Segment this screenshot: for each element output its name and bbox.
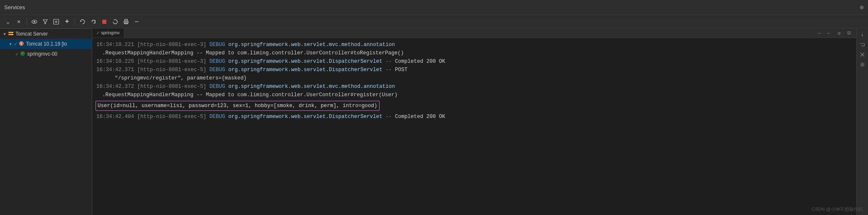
log-line-5: User(id=null, username=lisi, password=12… xyxy=(96,101,380,111)
settings-btn-right[interactable] xyxy=(858,60,867,69)
sep2: -- xyxy=(382,59,395,64)
log-line-3-cont: "/springmvc/register", parameters={maske… xyxy=(96,74,853,82)
svg-rect-9 xyxy=(102,20,106,24)
level2: DEBUG xyxy=(209,59,228,64)
tree-item-springmvc[interactable]: ✓ springmvc-00 xyxy=(0,49,92,59)
tab-springmv[interactable]: ✓ springmv xyxy=(92,28,124,38)
watermark: CSDN @小坤不想敲代码 xyxy=(812,206,863,212)
log-line-4-cont: .RequestMappingHandlerMapping -- Mapped … xyxy=(96,91,853,99)
close-btn[interactable]: ✕ xyxy=(14,17,23,26)
svg-marker-6 xyxy=(80,20,82,22)
log-content: 16:34:10.221 [http-nio-8081-exec-3] DEBU… xyxy=(92,40,856,213)
msg3: POST xyxy=(395,67,408,73)
header-actions: ⊕ xyxy=(860,3,864,12)
log-line-5-wrapper: User(id=null, username=lisi, password=12… xyxy=(96,99,853,113)
svg-point-24 xyxy=(862,64,863,65)
msg6: Completed 200 OK xyxy=(395,114,445,120)
thread2: [http-nio-8081-exec-3] xyxy=(137,59,210,64)
msg2: Completed 200 OK xyxy=(395,59,445,64)
log-line-3: 16:34:42.371 [http-nio-8081-exec-5] DEBU… xyxy=(96,66,853,74)
sep6: -- xyxy=(382,114,395,120)
thread3: [http-nio-8081-exec-5] xyxy=(137,67,210,73)
tree-arrow-0: ▼ xyxy=(3,32,7,36)
add-icon[interactable]: ⊕ xyxy=(860,3,864,12)
svg-point-1 xyxy=(34,21,35,23)
print-btn[interactable] xyxy=(121,17,131,26)
scroll-left-btn[interactable]: ← xyxy=(824,28,834,38)
check-icon-instance: ✓ xyxy=(14,42,17,46)
refresh-log-btn[interactable]: ↺ xyxy=(834,28,844,38)
ts2: 16:34:10.225 xyxy=(96,59,137,64)
more-btn[interactable]: ⋯ xyxy=(132,17,142,26)
check-icon-spring: ✓ xyxy=(15,52,18,56)
thread1: [http-nio-8081-exec-3] xyxy=(137,42,210,48)
tab-check-icon: ✓ xyxy=(96,31,100,35)
ts6: 16:34:42.404 xyxy=(96,114,137,120)
soft-wrap-btn[interactable] xyxy=(858,40,867,49)
log-line-6: 16:34:42.404 [http-nio-8081-exec-5] DEBU… xyxy=(96,113,853,121)
copy-log-btn[interactable]: ⊡ xyxy=(845,28,854,38)
svg-marker-2 xyxy=(43,20,47,24)
thread4: [http-nio-8081-exec-5] xyxy=(137,84,210,90)
log-line-1: 16:34:10.221 [http-nio-8081-exec-3] DEBU… xyxy=(96,41,853,49)
tree-label-tomcat-instance: Tomcat 10.1.19 [lo xyxy=(26,41,67,47)
server-icon xyxy=(8,31,14,38)
left-panel: ▼ Tomcat Server ▼ ✓ xyxy=(0,28,92,215)
log-panel[interactable]: 16:34:10.221 [http-nio-8081-exec-3] DEBU… xyxy=(92,38,856,215)
thread6: [http-nio-8081-exec-5] xyxy=(137,114,210,120)
tree-item-tomcat-server[interactable]: ▼ Tomcat Server xyxy=(0,29,92,39)
svg-point-17 xyxy=(12,34,13,35)
panel-title: Services xyxy=(4,4,25,10)
expand-collapse-btn[interactable]: ⌄ xyxy=(3,17,13,26)
step-over-btn[interactable] xyxy=(89,17,98,26)
tree-item-tomcat-instance[interactable]: ▼ ✓ T Tomcat 10.1.19 [lo xyxy=(0,39,92,49)
class4: org.springframework.web.servlet.mvc.meth… xyxy=(228,84,395,90)
svg-marker-10 xyxy=(114,19,115,20)
new-service-btn[interactable] xyxy=(52,17,61,26)
reload-btn[interactable] xyxy=(111,17,120,26)
class2: org.springframework.web.servlet.Dispatch… xyxy=(228,59,382,64)
rerun-btn[interactable] xyxy=(78,17,87,26)
tree-label-springmvc: springmvc-00 xyxy=(27,51,57,57)
log-line-2: 16:34:10.225 [http-nio-8081-exec-3] DEBU… xyxy=(96,57,853,66)
level1: DEBUG xyxy=(209,42,228,48)
header-bar: Services ⊕ xyxy=(0,0,868,15)
scroll-right-btn[interactable]: → xyxy=(814,28,824,38)
sep3: -- xyxy=(382,67,395,73)
ts1: 16:34:10.221 xyxy=(96,42,137,48)
svg-point-16 xyxy=(12,32,13,33)
level6: DEBUG xyxy=(209,114,228,120)
main-content: ▼ Tomcat Server ▼ ✓ xyxy=(0,28,868,215)
ts4: 16:34:42.372 xyxy=(96,84,137,90)
clear-console-btn[interactable] xyxy=(858,50,867,59)
svg-point-20 xyxy=(21,51,25,56)
log-line-4: 16:34:42.372 [http-nio-8081-exec-5] DEBU… xyxy=(96,82,853,91)
ts3: 16:34:42.371 xyxy=(96,67,137,73)
log-tab-bar: ✓ springmv → ← ↺ ⊡ xyxy=(92,28,856,38)
log-tab-actions: → ← ↺ ⊡ xyxy=(814,28,856,38)
scroll-to-end-btn[interactable]: ↓ xyxy=(858,30,867,38)
tomcat-icon: T xyxy=(18,41,24,48)
class1: org.springframework.web.servlet.mvc.meth… xyxy=(228,42,395,48)
tree-arrow-1: ▼ xyxy=(8,42,13,46)
log-wrapper: ✓ springmv → ← ↺ ⊡ 16:34:10.221 [http-ni… xyxy=(92,28,868,215)
spring-icon xyxy=(20,51,26,58)
svg-text:T: T xyxy=(21,42,23,45)
class6: org.springframework.web.servlet.Dispatch… xyxy=(228,114,382,120)
stop-btn[interactable] xyxy=(100,17,109,26)
filter-btn[interactable] xyxy=(41,17,50,26)
eye-btn[interactable] xyxy=(30,17,39,26)
toolbar: ⌄ ✕ + xyxy=(0,15,868,28)
toolbar-divider-2 xyxy=(75,18,75,26)
right-toolbar: ↓ xyxy=(856,28,868,215)
svg-marker-21 xyxy=(862,45,863,47)
add-btn[interactable]: + xyxy=(62,17,72,26)
tab-label: springmv xyxy=(101,30,120,35)
level3: DEBUG xyxy=(209,67,228,73)
tree-label-tomcat-server: Tomcat Server xyxy=(16,31,48,37)
service-tree: ▼ Tomcat Server ▼ ✓ xyxy=(0,29,92,215)
toolbar-divider-1 xyxy=(26,18,27,26)
log-line-1-cont: .RequestMappingHandlerMapping -- Mapped … xyxy=(96,49,853,57)
class3: org.springframework.web.servlet.Dispatch… xyxy=(228,67,382,73)
level4: DEBUG xyxy=(209,84,228,90)
